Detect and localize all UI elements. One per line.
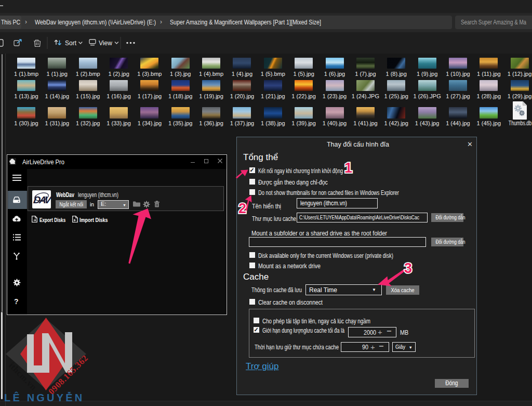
svg-text:LÊ NGUYỄN: LÊ NGUYỄN: [4, 391, 84, 403]
svg-text:Sort: Sort: [65, 40, 77, 47]
svg-text:View: View: [99, 40, 112, 47]
